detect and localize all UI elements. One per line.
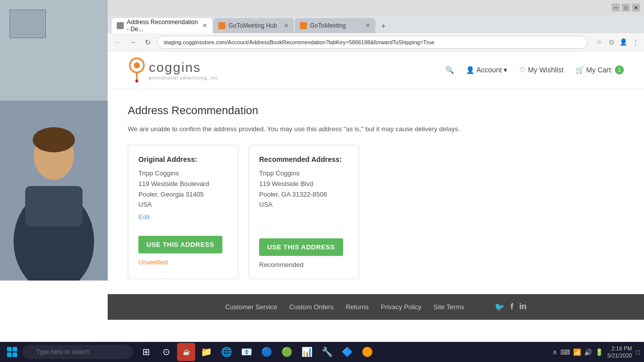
webcam-panel [0,0,108,281]
new-tab-button[interactable]: + [376,19,390,33]
svg-point-9 [134,62,140,68]
address-text: staging.cogginsstore.com/Account/Address… [164,39,434,45]
network-icon: 📶 [573,348,581,356]
tab-title-3: GoToMeeting [310,22,346,29]
original-address-name: Tripp Coggins [138,168,228,179]
maximize-button[interactable]: □ [622,4,630,12]
recommended-address-name: Tripp Coggins [259,168,349,179]
notification-icon[interactable]: □ [636,348,640,356]
webcam-feed [0,0,108,281]
footer-links: Customer Service Custom Orders Returns P… [225,303,464,311]
recommended-address-city: Pooler, GA 31322-8506 [259,190,349,200]
logo-name: coggins [149,60,220,75]
taskbar-date-value: 5/21/2020 [607,352,632,359]
cart-icon: 🛒 [576,66,584,74]
footer-customer-service[interactable]: Customer Service [225,303,277,311]
footer-privacy-policy[interactable]: Privacy Policy [381,303,422,311]
tab-favicon-3 [300,22,307,29]
app-ie[interactable]: 🔷 [338,343,356,361]
close-button[interactable]: ✕ [632,4,640,12]
taskview-button[interactable]: ⊞ [137,343,155,361]
taskbar-search-wrapper: 🔍 [22,345,133,359]
original-address-city: Pooler, Georgia 31405 [138,190,228,200]
browser-window: ─ □ ✕ Address Recommendation - De... ✕ G… [108,0,644,362]
tab-address-recommendation[interactable]: Address Recommendation - De... ✕ [112,18,212,33]
address-cards: Original Address: Tripp Coggins 119 West… [128,145,624,279]
address-bar[interactable]: staging.cogginsstore.com/Account/Address… [157,36,588,49]
taskbar-time-value: 2:16 PM [607,345,632,352]
page-body: Address Recommendation We are unable to … [108,89,644,294]
forward-button[interactable]: → [127,36,139,48]
menu-icon[interactable]: ⋮ [631,38,640,47]
footer-returns[interactable]: Returns [346,303,369,311]
refresh-button[interactable]: ↻ [142,36,154,48]
site-header: coggins promotional advertising, inc. 🔍 … [108,51,644,89]
svg-point-11 [135,79,138,82]
linkedin-icon[interactable]: in [519,302,526,312]
tab-bar: Address Recommendation - De... ✕ GoToMee… [108,15,644,33]
tab-favicon-1 [117,22,124,29]
recommended-address-street: 119 Westside Blvd [259,179,349,190]
title-bar: ─ □ ✕ [108,0,644,15]
history-icon[interactable]: ⊙ [607,38,616,47]
logo-svg [128,57,146,82]
wishlist-link[interactable]: ♡ My Wishlist [519,66,564,74]
recommended-address-heading: Recommended Address: [259,155,349,163]
tab-close-2[interactable]: ✕ [284,22,289,29]
search-button[interactable]: 🔍 [445,66,454,74]
use-recommended-address-button[interactable]: USE THIS ADDRESS [259,238,343,256]
svg-point-6 [33,127,75,152]
app-chrome[interactable]: 🌐 [217,343,235,361]
taskbar-clock[interactable]: 2:16 PM 5/21/2020 [607,345,632,359]
battery-icon: 🔋 [595,348,603,356]
tab-close-1[interactable]: ✕ [202,22,207,29]
tab-gotomeeting[interactable]: GoToMeeting ✕ [295,18,375,33]
tab-close-3[interactable]: ✕ [365,22,370,29]
app-green[interactable]: 🟢 [278,343,296,361]
app-outlook[interactable]: 📧 [237,343,256,361]
coggins-logo: coggins promotional advertising, inc. [128,57,220,82]
taskbar-system-icons: ∧ ⌨ 📶 🔊 🔋 [552,348,603,356]
app-tool[interactable]: 🔧 [318,343,336,361]
address-bar-icons: ☆ ⊙ 👤 ⋮ [595,38,640,47]
account-menu[interactable]: 👤 Account ▾ [466,66,508,74]
app-orange[interactable]: 🟠 [358,343,376,361]
page-description: We are unable to confirm the address pro… [128,125,624,133]
original-address-heading: Original Address: [138,155,228,163]
taskbar-apps: ⊞ ⊙ ☕ 📁 🌐 📧 🔵 🟢 📊 🔧 🔷 🟠 [137,343,376,361]
person-icon[interactable]: 👤 [619,38,628,47]
cart-link[interactable]: 🛒 My Cart: 1 [576,65,624,74]
twitter-icon[interactable]: 🐦 [495,302,505,312]
footer-custom-orders[interactable]: Custom Orders [289,303,334,311]
original-address-card: Original Address: Tripp Coggins 119 West… [128,145,238,279]
title-bar-controls: ─ □ ✕ [612,4,640,12]
edit-address-link[interactable]: Edit [138,213,228,221]
bookmark-icon[interactable]: ☆ [595,38,604,47]
app-blue[interactable]: 🔵 [258,343,276,361]
cortana-button[interactable]: ⊙ [157,343,175,361]
taskbar-search-input[interactable] [22,345,133,359]
tab-title-2: GoToMeeting Hub [228,22,277,29]
search-icon: 🔍 [445,66,454,74]
caret-icon[interactable]: ∧ [552,348,557,356]
minimize-button[interactable]: ─ [612,4,620,12]
tab-title-1: Address Recommendation - De... [127,19,199,33]
heart-icon: ♡ [519,66,526,74]
tab-gotomeeting-hub[interactable]: GoToMeeting Hub ✕ [213,18,294,33]
use-original-address-button[interactable]: USE THIS ADDRESS [138,236,222,253]
keyboard-icon: ⌨ [560,348,570,356]
recommended-address-country: USA [259,200,349,210]
tab-favicon-2 [218,22,225,29]
app-java[interactable]: ☕ [177,343,195,361]
footer-socials: 🐦 f in [495,302,527,312]
app-excel[interactable]: 📊 [298,343,316,361]
start-button[interactable] [4,344,20,360]
site-footer: Customer Service Custom Orders Returns P… [108,294,644,320]
windows-logo [7,347,17,357]
app-files[interactable]: 📁 [197,343,215,361]
back-button[interactable]: ← [112,36,124,48]
facebook-icon[interactable]: f [511,302,513,312]
volume-icon[interactable]: 🔊 [584,348,592,356]
original-address-status: Unverified [138,258,228,266]
footer-site-terms[interactable]: Site Terms [434,303,464,311]
